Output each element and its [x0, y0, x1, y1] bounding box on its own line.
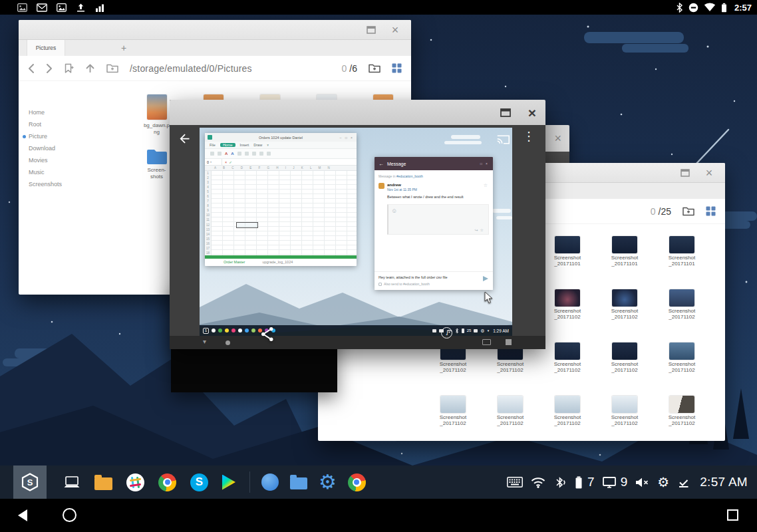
cast-icon[interactable] [496, 134, 510, 146]
sidebar-item-movies[interactable]: Movies [19, 154, 128, 166]
bluetooth-icon[interactable] [553, 476, 567, 489]
screenshot-clock: 1:29 AM [493, 329, 509, 333]
maximize-button[interactable] [359, 20, 383, 39]
chrome-icon[interactable] [158, 473, 176, 491]
mail-notification-icon[interactable] [37, 3, 47, 12]
file-label: Screenshot _20171102 [497, 362, 524, 373]
window-titlebar[interactable]: × [170, 100, 545, 125]
image-notification-icon[interactable] [57, 3, 67, 12]
sidebar-item-picture[interactable]: Picture [19, 130, 128, 142]
tab-pictures[interactable]: Pictures [27, 40, 65, 56]
message-sender-row: andrew Nov 1st at 11:35 PM ☆ [378, 183, 489, 192]
record-icon[interactable] [226, 340, 230, 345]
system-tray: 7 9 ⚙ 2:57 AM [507, 475, 757, 489]
display-count: 9 [621, 475, 628, 489]
forward-icon[interactable] [46, 63, 53, 74]
maximize-button[interactable] [673, 163, 697, 182]
sidebar-item-home[interactable]: Home [19, 106, 128, 118]
sidebar-item-screenshots[interactable]: Screenshots [19, 178, 128, 190]
file-item[interactable]: Screenshot _20171102 [653, 396, 710, 440]
settings-icon[interactable]: ⚙ [319, 473, 337, 491]
file-item[interactable]: Screenshot _20171102 [482, 396, 539, 440]
up-directory-icon[interactable] [85, 63, 95, 74]
close-button[interactable]: × [383, 20, 407, 39]
files-app-icon[interactable] [261, 473, 279, 491]
upload-notification-icon[interactable] [76, 3, 86, 12]
sheet-tabs: Order Master upgrade_log_1024 [205, 259, 357, 265]
sidebar-item-music[interactable]: Music [19, 166, 128, 178]
stop-icon[interactable] [506, 339, 512, 345]
add-folder-icon[interactable] [682, 206, 694, 216]
file-thumbnail [669, 396, 694, 413]
file-item[interactable]: Screenshot _20171102 [596, 396, 653, 440]
file-item[interactable]: Screenshot _20171101 [539, 236, 596, 280]
back-icon[interactable] [178, 132, 192, 146]
file-item[interactable]: Screenshot _20171102 [539, 396, 596, 440]
back-button[interactable] [16, 508, 29, 523]
clock[interactable]: 2:57 AM [700, 475, 748, 489]
file-item[interactable]: Screenshot _20171102 [653, 289, 710, 333]
settings-icon[interactable]: ⚙ [657, 475, 669, 489]
cloud-shape [451, 135, 480, 139]
laptop-icon[interactable] [63, 476, 80, 489]
skype-icon[interactable]: S [190, 473, 208, 491]
keyboard-icon[interactable] [507, 477, 523, 487]
grid-view-icon[interactable] [392, 63, 402, 73]
file-thumbnail [669, 342, 694, 360]
file-thumbnail [612, 396, 637, 413]
display-icon[interactable] [482, 339, 491, 345]
file-item[interactable]: Screenshot _20171102 [539, 342, 596, 386]
overflow-menu-icon[interactable]: ⋮ [523, 130, 535, 142]
system-status-icons[interactable]: 2:57 [676, 3, 752, 13]
file-item[interactable]: Screenshot _20171102 [596, 289, 653, 333]
file-label: Screenshot _20171102 [554, 362, 581, 373]
spreadsheet-ribbon: AA [205, 149, 357, 159]
file-thumbnail [612, 342, 637, 360]
sidebar-item-download[interactable]: Download [19, 142, 128, 154]
close-button[interactable]: × [519, 100, 545, 125]
collapse-icon[interactable]: ▾ [203, 338, 206, 345]
back-icon[interactable] [28, 63, 35, 74]
recents-button[interactable] [727, 509, 738, 521]
chromium-icon[interactable] [348, 473, 366, 491]
file-manager-icon[interactable] [94, 477, 112, 490]
maximize-button[interactable] [492, 100, 519, 125]
file-item[interactable]: Screenshot _20171102 [539, 289, 596, 333]
update-check-icon[interactable] [677, 476, 690, 488]
sidebar-item-root[interactable]: Root [19, 118, 128, 130]
new-tab-button[interactable]: + [121, 43, 126, 53]
launcher-button[interactable]: S [13, 466, 47, 499]
close-button[interactable]: × [697, 163, 721, 182]
add-folder-icon[interactable] [369, 63, 380, 73]
file-item[interactable]: Screenshot _20171102 [596, 342, 653, 386]
close-button[interactable]: × [554, 132, 561, 146]
new-folder-icon[interactable] [106, 63, 118, 73]
notification-icons[interactable] [17, 3, 104, 12]
folder-icon[interactable] [290, 477, 307, 489]
checkbox [378, 283, 382, 286]
bookmark-add-icon[interactable] [64, 63, 74, 74]
file-item[interactable]: Screenshot _20171101 [653, 236, 710, 280]
wifi-icon[interactable] [531, 477, 545, 488]
window-titlebar[interactable]: × [19, 20, 411, 40]
photo-notification-icon[interactable] [17, 3, 27, 12]
file-thumbnail [612, 289, 637, 307]
file-item[interactable]: Screenshot _20171101 [596, 236, 653, 280]
grid-view-icon[interactable] [706, 206, 716, 216]
battery-icon[interactable] [575, 476, 583, 489]
screenshot-battery-percent: 25 [467, 329, 472, 332]
file-label: Screenshot _20171102 [554, 415, 581, 426]
display-icon[interactable] [603, 477, 616, 488]
info-icon[interactable]: i [441, 327, 452, 338]
status-bar[interactable]: 2:57 [0, 0, 757, 15]
gallery-viewer-window: × ⋮ Orders 1024 upda [170, 100, 545, 349]
play-store-icon[interactable] [222, 475, 235, 490]
sidebar: Home Root Picture Download Movies Music … [19, 81, 128, 295]
file-item[interactable]: Screenshot _20171102 [424, 396, 482, 440]
chart-notification-icon[interactable] [95, 3, 104, 12]
share-icon[interactable] [260, 327, 275, 342]
home-button[interactable] [63, 508, 76, 522]
volume-muted-icon[interactable] [635, 477, 649, 488]
slack-icon[interactable] [126, 473, 144, 491]
file-item[interactable]: Screenshot _20171102 [653, 342, 710, 386]
